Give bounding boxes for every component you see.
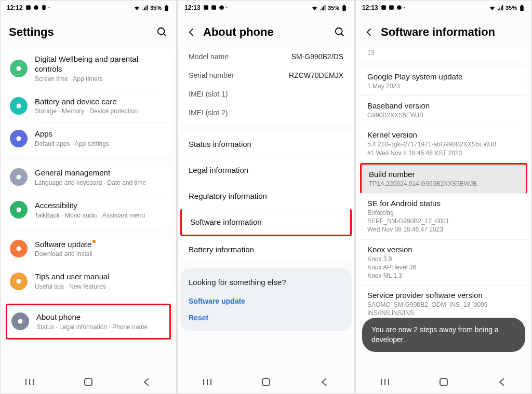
svg-point-10 <box>17 208 21 212</box>
swinfo-knox-version[interactable]: Knox version Knox 3.9Knox API level 36Kn… <box>360 240 527 286</box>
swinfo-se-for-android-status[interactable]: SE for Android status EnforcingSEPF_SM-G… <box>360 194 527 240</box>
search-icon[interactable] <box>156 26 168 38</box>
svg-rect-28 <box>262 378 270 386</box>
search-icon[interactable] <box>334 26 345 38</box>
navigation-bar <box>356 370 531 393</box>
about-link-legal-information[interactable]: Legal information <box>180 157 352 183</box>
wifi-icon <box>134 5 140 11</box>
row-sub: Storage · Memory · Device protection <box>35 107 166 115</box>
svg-point-9 <box>17 175 21 180</box>
navigation-bar <box>1 370 176 393</box>
swinfo-baseband-version[interactable]: Baseband version G990B2XXS5EWJB <box>360 96 527 125</box>
info-title: SE for Android status <box>367 199 520 208</box>
row-title: Apps <box>35 129 166 139</box>
home-button[interactable] <box>82 376 95 388</box>
back-icon[interactable] <box>364 27 375 37</box>
back-button[interactable] <box>318 376 331 388</box>
about-link-battery-information[interactable]: Battery information <box>180 236 352 262</box>
svg-rect-33 <box>521 5 523 6</box>
status-time: 12:12 <box>7 4 23 11</box>
row-text: Apps Default apps · App settings <box>35 129 166 147</box>
kv-key: IMEI (slot 1) <box>189 90 228 98</box>
kv-value: RZCW70DEMJX <box>289 71 343 79</box>
row-icon <box>11 313 29 330</box>
svg-point-31 <box>397 5 402 10</box>
battery-icon <box>163 5 170 11</box>
developer-toast: You are now 2 steps away from being a de… <box>362 318 525 352</box>
swinfo-build-number[interactable]: Build number TP1A.220624.014.G990B2XXS5E… <box>360 163 527 194</box>
row-text: About phone Status · Legal information ·… <box>36 313 164 331</box>
recents-button[interactable] <box>379 376 391 388</box>
status-time: 12:13 <box>362 4 378 11</box>
svg-rect-2 <box>165 6 168 11</box>
info-sub: SAOMC_SM-G990B2_ODM_INS_13_0005INS/INS,I… <box>367 301 520 317</box>
kv-serial-number: Serial numberRZCW70DEMJX <box>180 66 352 85</box>
settings-row-tips-and-user-manual[interactable]: Tips and user manual Useful tips · New f… <box>6 265 171 297</box>
settings-row-battery-and-device-care[interactable]: Battery and device care Storage · Memory… <box>6 90 171 123</box>
svg-point-23 <box>336 28 342 35</box>
status-notif-icons: · <box>380 4 405 11</box>
info-title: Kernel version <box>367 130 520 139</box>
kv-imei-slot-2-: IMEI (slot 2) <box>180 103 352 122</box>
home-button[interactable] <box>437 376 450 388</box>
row-sub: Language and keyboard · Date and time <box>35 179 166 186</box>
kv-imei-slot-1-: IMEI (slot 1) <box>180 85 352 103</box>
swinfo-google-play-system-update[interactable]: Google Play system update 1 May 2023 <box>360 67 527 96</box>
info-title: Knox version <box>367 245 520 254</box>
row-title: General management <box>35 168 166 178</box>
swinfo-kernel-version[interactable]: Kernel version 5.4.210-qgki-27171971-abG… <box>360 125 527 162</box>
settings-row-apps[interactable]: Apps Default apps · App settings <box>6 122 171 155</box>
back-icon[interactable] <box>187 27 197 37</box>
home-button[interactable] <box>260 376 272 388</box>
kv-key: Model name <box>189 52 229 61</box>
row-text: Accessibility TalkBack · Mono audio · As… <box>35 201 166 219</box>
screen-settings: 12:12 · 35% Settings Digital Wellbeing <box>0 0 177 394</box>
settings-row-general-management[interactable]: General management Language and keyboard… <box>6 161 171 194</box>
looking-for-title: Looking for something else? <box>189 278 343 287</box>
update-badge <box>92 240 96 243</box>
settings-list: Digital Wellbeing and parental controls … <box>1 47 176 370</box>
svg-rect-22 <box>343 5 345 6</box>
battery-icon <box>518 5 525 11</box>
row-icon <box>10 60 28 77</box>
settings-row-about-phone[interactable]: About phone Status · Legal information ·… <box>6 304 171 339</box>
looking-link-software-update[interactable]: Software update <box>189 293 343 309</box>
info-title: Google Play system update <box>367 72 520 81</box>
row-sub: Download and install <box>35 250 166 257</box>
svg-rect-32 <box>520 6 524 11</box>
info-sub: G990B2XXS5EWJB <box>367 111 520 119</box>
row-sub: Screen time · App timers <box>35 75 166 83</box>
device-ids-card: Model nameSM-G990B2/DSSerial numberRZCW7… <box>180 47 352 125</box>
header: Software information <box>356 15 531 47</box>
info-title: Service provider software version <box>367 291 520 300</box>
navigation-bar <box>178 370 354 393</box>
back-button[interactable] <box>141 376 153 388</box>
svg-point-8 <box>17 136 21 141</box>
kv-value: SM-G990B2/DS <box>291 52 343 61</box>
recents-button[interactable] <box>201 376 214 388</box>
svg-rect-30 <box>389 5 394 10</box>
about-link-status-information[interactable]: Status information <box>180 131 352 157</box>
info-title: Baseband version <box>367 101 520 110</box>
looking-link-reset[interactable]: Reset <box>189 309 343 326</box>
info-sub: TP1A.220624.014.G990B2XXS5EWJB <box>369 180 518 188</box>
settings-row-digital-wellbeing-and-parental-controls[interactable]: Digital Wellbeing and parental controls … <box>6 47 171 90</box>
settings-row-accessibility[interactable]: Accessibility TalkBack · Mono audio · As… <box>6 194 171 226</box>
back-button[interactable] <box>496 376 509 388</box>
battery-icon <box>341 5 348 11</box>
row-title: Software update <box>35 240 166 250</box>
row-text: Tips and user manual Useful tips · New f… <box>35 272 166 290</box>
settings-row-software-update[interactable]: Software update Download and install <box>6 233 171 265</box>
kv-key: Serial number <box>189 71 234 79</box>
row-text: Digital Wellbeing and parental controls … <box>35 55 166 83</box>
row-icon <box>10 130 28 147</box>
status-bar: 12:12 · 35% <box>1 1 176 15</box>
row-text: Battery and device care Storage · Memory… <box>35 97 166 115</box>
about-link-software-information[interactable]: Software information <box>180 209 352 236</box>
status-time: 12:13 <box>184 4 201 11</box>
svg-rect-17 <box>85 378 92 386</box>
row-text: Software update Download and install <box>35 240 166 258</box>
recents-button[interactable] <box>23 376 36 388</box>
about-link-regulatory-information[interactable]: Regulatory information <box>180 183 352 209</box>
info-sub: Knox 3.9Knox API level 36Knox ML 1.3 <box>367 255 520 280</box>
